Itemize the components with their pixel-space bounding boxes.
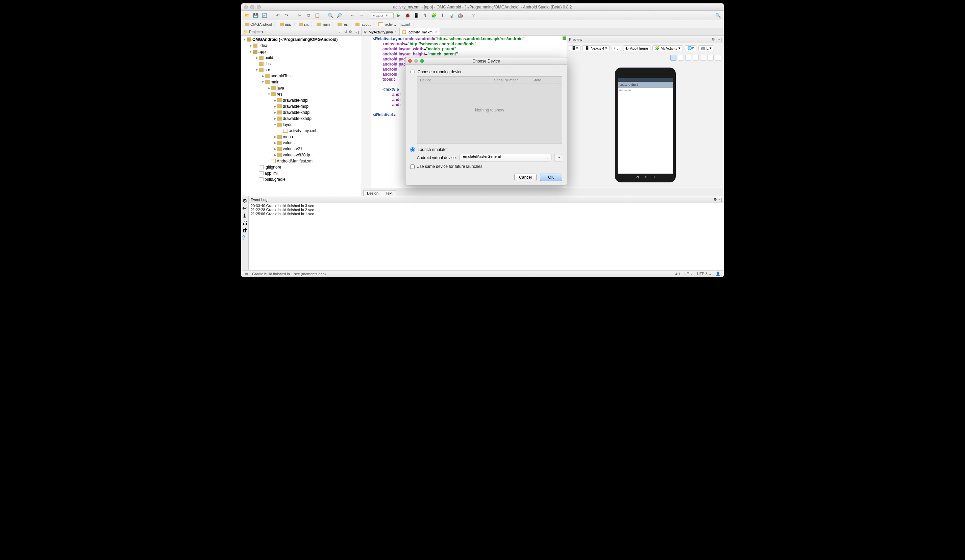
choose-running-device-radio[interactable]: Choose a running device <box>410 70 562 74</box>
tree-item[interactable]: ▶drawable-mdpi <box>241 103 361 109</box>
tree-item[interactable]: ▶build <box>241 55 361 61</box>
line-separator[interactable]: LF ⌄ <box>685 271 693 276</box>
avd-manager-icon[interactable]: 🧩 <box>430 12 438 19</box>
tree-item[interactable]: ▼res <box>241 91 361 97</box>
cancel-button[interactable]: Cancel <box>514 174 536 181</box>
toggle-toolwindows-icon[interactable]: ▭ <box>245 271 248 276</box>
crumb-file[interactable]: activity_my.xml <box>377 22 412 26</box>
crumb-project[interactable]: OMGAndroid <box>244 22 273 26</box>
tree-item[interactable]: ▶drawable-hdpi <box>241 97 361 103</box>
redo-icon[interactable]: ↷ <box>283 12 290 19</box>
project-view-selector[interactable]: 📁 Project ▾ <box>243 30 263 34</box>
settings-icon[interactable]: ⚙ <box>714 197 717 202</box>
zoom-fit-icon[interactable] <box>671 55 676 61</box>
caret-position[interactable]: 4:1 <box>676 272 680 276</box>
tree-item[interactable]: ▶java <box>241 85 361 91</box>
tree-item[interactable]: activity_my.xml <box>241 128 361 134</box>
screenshot-icon[interactable] <box>708 55 714 61</box>
stop-icon[interactable]: ↯ <box>421 12 429 19</box>
locale-selector[interactable]: 🌐▾ <box>685 45 697 51</box>
refresh-icon[interactable] <box>700 55 706 61</box>
tree-item[interactable]: ▶values <box>241 140 361 146</box>
help-icon[interactable]: ? <box>469 12 477 19</box>
open-icon[interactable]: 📂 <box>243 12 251 19</box>
activity-selector[interactable]: 🧩 MyActivity▾ <box>653 45 683 51</box>
cut-icon[interactable]: ✂ <box>296 12 303 19</box>
design-tab[interactable]: Design <box>363 190 382 196</box>
tree-item[interactable]: ▼app <box>241 49 361 55</box>
crumb-app[interactable]: app <box>278 22 292 26</box>
launch-emulator-radio[interactable]: Launch emulator <box>410 147 562 152</box>
wrap-icon[interactable]: ↩ <box>242 205 248 211</box>
zoom-in-icon[interactable] <box>685 55 691 61</box>
print-icon[interactable]: 🖨 <box>242 220 248 225</box>
theme-selector[interactable]: ◐ AppTheme <box>623 45 651 51</box>
undo-icon[interactable]: ↶ <box>274 12 281 19</box>
save-icon[interactable]: 💾 <box>252 12 260 19</box>
file-encoding[interactable]: UTF-8 ⌄ <box>697 271 711 276</box>
ok-button[interactable]: OK <box>540 174 562 181</box>
hide-icon[interactable]: →| <box>354 30 359 34</box>
project-tree[interactable]: ▼OMGAndroid (~/Programming/OMGAndroid) ▶… <box>241 36 361 196</box>
hector-icon[interactable]: 👤 <box>716 271 720 276</box>
scroll-icon[interactable]: ⤓ <box>242 212 248 218</box>
inspection-indicator-icon[interactable] <box>563 36 566 40</box>
tree-item[interactable]: app.iml <box>241 170 361 176</box>
dialog-traffic-lights[interactable] <box>408 59 424 63</box>
close-tab-icon[interactable]: × <box>435 30 437 34</box>
tree-item[interactable]: ▶androidTest <box>241 73 361 79</box>
forward-icon[interactable]: → <box>358 12 365 19</box>
device-selector[interactable]: 📱 Nexus 4▾ <box>582 45 610 51</box>
settings-icon[interactable]: ⚙ <box>349 30 352 34</box>
sdk-manager-icon[interactable]: ⬇ <box>439 12 447 19</box>
tree-item[interactable]: libs <box>241 61 361 67</box>
tree-item[interactable]: ▼src <box>241 67 361 73</box>
run-icon[interactable]: ▶ <box>395 12 402 19</box>
tree-item[interactable]: ▶.idea <box>241 42 361 49</box>
crumb-main[interactable]: main <box>315 22 331 26</box>
find-icon[interactable]: 🔍 <box>327 12 334 19</box>
hide-icon[interactable]: →| <box>717 198 722 202</box>
editor-tab[interactable]: ©MyActivity.java× <box>361 28 400 36</box>
crumb-res[interactable]: res <box>336 22 349 26</box>
info-icon[interactable]: ? <box>242 235 248 240</box>
tree-root[interactable]: ▼OMGAndroid (~/Programming/OMGAndroid) <box>241 36 361 42</box>
settings-icon[interactable]: ⚙ <box>711 37 715 42</box>
avd-selector[interactable]: EmulateMasterGeneral <box>460 154 551 162</box>
search-everywhere-icon[interactable]: 🔍 <box>714 12 722 19</box>
tree-item[interactable]: ▼layout <box>241 122 361 128</box>
api-selector[interactable]: 🤖 L▾ <box>698 45 714 51</box>
tree-item[interactable]: AndroidManifest.xml <box>241 158 361 164</box>
hide-icon[interactable]: →| <box>717 38 722 42</box>
android-icon[interactable]: 🤖 <box>456 12 464 19</box>
scroll-from-source-icon[interactable]: ⊕ <box>339 30 342 34</box>
clear-icon[interactable]: 🗑 <box>242 227 248 233</box>
tree-item[interactable]: ▶drawable-xxhdpi <box>241 116 361 122</box>
attach-debugger-icon[interactable]: 📱 <box>412 12 420 19</box>
close-tab-icon[interactable]: × <box>395 30 397 34</box>
zoom-actual-icon[interactable] <box>678 55 684 61</box>
back-icon[interactable]: ← <box>349 12 356 19</box>
text-tab[interactable]: Text <box>382 190 396 196</box>
filter-icon[interactable]: ⚙ <box>242 198 248 203</box>
orientation-selector[interactable]: 📱▾ <box>569 45 581 51</box>
replace-icon[interactable]: 🔎 <box>335 12 343 19</box>
settings-icon[interactable] <box>715 55 721 61</box>
run-config-selector[interactable]: ▸app▾ <box>371 12 394 19</box>
event-log-content[interactable]: 20:33:40 Gradle build finished in 3 sec … <box>249 203 724 270</box>
collapse-all-icon[interactable]: ⇲ <box>343 30 347 34</box>
tree-item[interactable]: build.gradle <box>241 176 361 182</box>
tree-item[interactable]: ▶drawable-xhdpi <box>241 109 361 116</box>
debug-icon[interactable]: 🐞 <box>404 12 411 19</box>
sync-icon[interactable]: 🔄 <box>261 12 268 19</box>
crumb-src[interactable]: src <box>298 22 311 26</box>
tree-item[interactable]: .gitignore <box>241 164 361 170</box>
config-selector[interactable]: ⎙▾ <box>612 46 621 51</box>
remember-device-checkbox[interactable]: Use same device for future launches <box>410 164 562 169</box>
zoom-out-icon[interactable] <box>693 55 699 61</box>
editor-tab[interactable]: activity_my.xml× <box>399 28 440 36</box>
avd-manager-button[interactable]: … <box>554 154 562 162</box>
tree-item[interactable]: ▶values-w820dp <box>241 152 361 158</box>
ddms-icon[interactable]: 📊 <box>448 12 455 19</box>
running-devices-list[interactable]: DeviceSerial NumberState... Nothing to s… <box>417 76 562 144</box>
